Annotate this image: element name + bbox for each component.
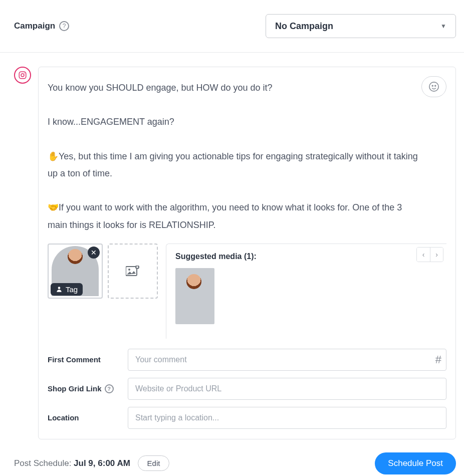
location-input[interactable] xyxy=(128,407,446,429)
tag-label: Tag xyxy=(66,285,78,294)
suggested-nav: ‹ › xyxy=(416,247,443,262)
close-icon: ✕ xyxy=(91,249,97,257)
suggested-media-title: Suggested media (1): xyxy=(175,252,437,261)
first-comment-label: First Comment xyxy=(48,355,128,364)
shop-grid-label-text: Shop Grid Link xyxy=(48,384,102,393)
add-media-button[interactable] xyxy=(108,244,158,299)
suggested-next-button[interactable]: › xyxy=(430,248,443,262)
attached-media-thumb[interactable]: ✕ Tag xyxy=(48,244,103,299)
first-comment-input[interactable] xyxy=(128,349,446,371)
suggested-media-panel: ‹ › Suggested media (1): xyxy=(166,244,446,339)
campaign-label-group: Campaign ? xyxy=(14,21,69,31)
post-fields: First Comment # Shop Grid Link ? Locatio… xyxy=(39,339,455,429)
svg-point-3 xyxy=(429,82,438,91)
svg-point-6 xyxy=(58,287,61,290)
schedule-prefix: Post Schedule: xyxy=(14,458,74,468)
svg-rect-0 xyxy=(19,72,26,79)
campaign-label: Campaign xyxy=(14,21,55,31)
hashtag-icon[interactable]: # xyxy=(435,353,441,366)
image-plus-icon xyxy=(126,266,140,277)
svg-point-1 xyxy=(21,74,24,77)
svg-point-5 xyxy=(435,85,436,86)
edit-schedule-button[interactable]: Edit xyxy=(138,455,170,471)
chevron-left-icon: ‹ xyxy=(422,251,425,259)
shop-grid-input-wrap xyxy=(128,378,446,400)
help-icon[interactable]: ? xyxy=(105,384,114,393)
campaign-selected-value: No Campaign xyxy=(275,21,333,32)
schedule-value: Jul 9, 6:00 AM xyxy=(74,458,130,468)
campaign-row: Campaign ? No Campaign ▼ xyxy=(0,0,464,53)
remove-media-button[interactable]: ✕ xyxy=(88,247,100,259)
first-comment-input-wrap: # xyxy=(128,349,446,371)
svg-point-2 xyxy=(24,73,25,74)
attached-media-list: ✕ Tag xyxy=(48,244,158,299)
composer-card: You know you SHOULD engage, but HOW do y… xyxy=(38,67,456,439)
media-row: ✕ Tag xyxy=(39,239,455,339)
footer-row: Post Schedule: Jul 9, 6:00 AM Edit Sched… xyxy=(0,439,464,476)
schedule-post-button[interactable]: Schedule Post xyxy=(375,452,456,474)
location-input-wrap xyxy=(128,407,446,429)
emoji-picker-button[interactable] xyxy=(421,76,446,97)
help-icon[interactable]: ? xyxy=(59,21,69,31)
shop-grid-label: Shop Grid Link ? xyxy=(48,384,128,393)
chevron-right-icon: › xyxy=(435,251,438,259)
caret-down-icon: ▼ xyxy=(440,23,446,30)
post-text-editor[interactable]: You know you SHOULD engage, but HOW do y… xyxy=(39,67,455,239)
suggested-prev-button[interactable]: ‹ xyxy=(417,248,430,262)
suggested-media-thumb[interactable] xyxy=(175,268,214,324)
location-label: Location xyxy=(48,413,128,422)
svg-point-4 xyxy=(432,85,433,86)
schedule-info: Post Schedule: Jul 9, 6:00 AM Edit xyxy=(14,455,169,471)
composer-wrap: You know you SHOULD engage, but HOW do y… xyxy=(0,53,464,439)
campaign-select[interactable]: No Campaign ▼ xyxy=(266,14,456,38)
shop-grid-input[interactable] xyxy=(128,378,446,400)
tag-button[interactable]: Tag xyxy=(51,283,83,296)
svg-point-8 xyxy=(128,269,130,271)
person-icon xyxy=(56,286,63,293)
instagram-icon xyxy=(14,67,31,84)
